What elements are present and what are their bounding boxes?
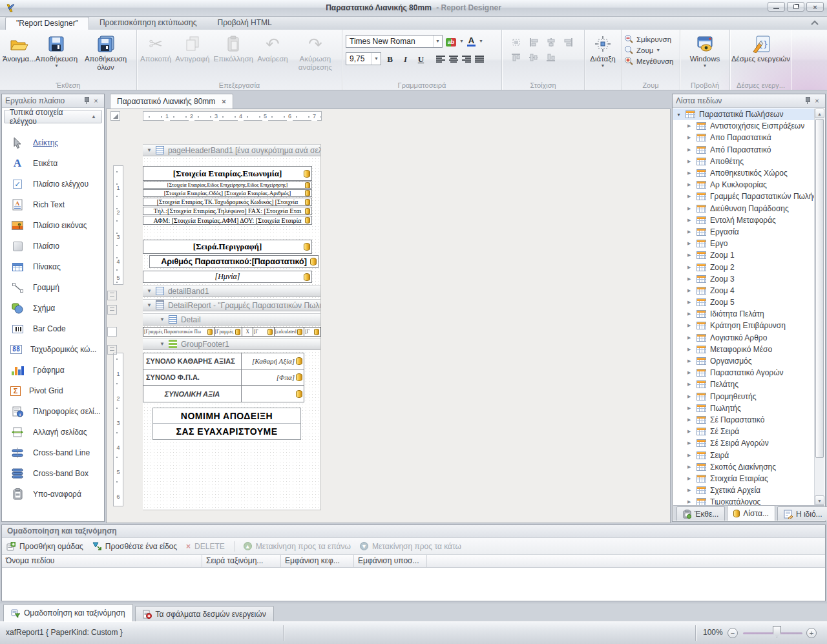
field-tree-item[interactable]: ▶Ζοομ 2 bbox=[673, 261, 824, 273]
total-gross-row[interactable]: ΣΥΝΟΛΙΚΗ ΑΞΙΑ bbox=[143, 386, 304, 402]
field-tree-item[interactable]: ▶Ζοομ 3 bbox=[673, 273, 824, 285]
tree-collapse-icon[interactable]: ▼ bbox=[676, 112, 682, 117]
grouping-empty-body[interactable] bbox=[2, 568, 825, 601]
field-tree-item[interactable]: ▶Σκοπός Διακίνησης bbox=[673, 461, 824, 473]
toolbox-item-shape[interactable]: Σχήμα bbox=[2, 298, 104, 318]
field-tree-item[interactable]: ▶Σέ Σειρά bbox=[673, 426, 824, 437]
zoom-dropdown-icon[interactable]: ▼ bbox=[656, 48, 660, 53]
toolbox-item-pivotgrid[interactable]: Σ Pivot Grid bbox=[2, 380, 104, 401]
field-tree-item[interactable]: ▶Από Παραστατικό bbox=[673, 144, 824, 156]
toolbox-item-pointer[interactable]: Δείκτης bbox=[2, 132, 104, 153]
tree-expand-icon[interactable]: ▶ bbox=[687, 382, 693, 387]
toolbox-item-chart[interactable]: Γράφημα bbox=[2, 360, 104, 380]
tree-expand-icon[interactable]: ▶ bbox=[687, 311, 693, 317]
detail-cell[interactable]: [calculated bbox=[275, 327, 305, 336]
field-list-pin-icon[interactable] bbox=[802, 96, 812, 106]
field-list-scrollbar[interactable]: ▲ ▼ bbox=[814, 109, 824, 505]
tree-expand-icon[interactable]: ▶ bbox=[687, 417, 693, 422]
align-right-button[interactable] bbox=[461, 55, 472, 63]
legal-line-1[interactable]: ΝΟΜΙΜΗ ΑΠΟΔΕΙΞΗ bbox=[153, 408, 300, 424]
align-left-button[interactable] bbox=[435, 55, 446, 63]
zoom-in-status-button[interactable]: + bbox=[806, 628, 817, 638]
band-handle[interactable] bbox=[107, 305, 117, 315]
detail-sub-band-bar[interactable]: ▼ Detail bbox=[143, 313, 320, 326]
tree-expand-icon[interactable]: ▶ bbox=[687, 358, 693, 364]
font-name-combo[interactable]: Times New Roman ▼ bbox=[346, 35, 443, 48]
zoom-slider-handle[interactable] bbox=[773, 626, 781, 638]
detail-band-bar[interactable]: ▼ detailBand1 bbox=[143, 285, 320, 297]
column-field-name[interactable]: Όνομα πεδίου bbox=[2, 555, 202, 567]
align-center-button[interactable] bbox=[448, 55, 459, 63]
add-group-button[interactable]: Προσθήκη ομάδας bbox=[6, 542, 83, 551]
document-tab[interactable]: Παραστατικό Λιανικής 80mm × bbox=[110, 94, 233, 109]
total-net-row[interactable]: ΣΥΝΟΛΟ ΚΑΘΑΡΗΣ ΑΞΙΑΣ [Καθαρή Αξία] bbox=[143, 353, 304, 369]
font-color-dropdown-icon[interactable]: ▼ bbox=[479, 39, 483, 44]
tree-expand-icon[interactable]: ▶ bbox=[687, 488, 693, 493]
field-tree-item[interactable]: ▶Εντολή Μεταφοράς bbox=[673, 214, 824, 226]
field-tree-item[interactable]: ▶Προμηθευτής bbox=[673, 391, 824, 402]
toolbox-item-panel[interactable]: Πλαίσιο bbox=[2, 236, 104, 256]
tree-expand-icon[interactable]: ▶ bbox=[687, 370, 693, 375]
field-tree-item[interactable]: ▶Ιδιότητα Πελάτη bbox=[673, 308, 824, 320]
tab-report-designer[interactable]: "Report Designer" bbox=[5, 17, 89, 30]
tree-expand-icon[interactable]: ▶ bbox=[687, 429, 693, 434]
field-tree-item[interactable]: ▶Αποθηκευτικός Χώρος bbox=[673, 167, 824, 179]
underline-button[interactable]: U bbox=[414, 52, 428, 65]
detail-report-band-bar[interactable]: ▼ DetailReport - "Γραμμές Παραστατικών Π… bbox=[143, 299, 320, 311]
band-handle[interactable] bbox=[107, 345, 117, 355]
field-tree-item[interactable]: ▶Στοιχεία Εταιρίας bbox=[673, 473, 824, 484]
field-list-close-icon[interactable]: × bbox=[812, 96, 822, 106]
toolbox-item-crossband-box[interactable]: Cross-band Box bbox=[2, 463, 104, 484]
field-tree-item[interactable]: ▶Εργασία bbox=[673, 226, 824, 238]
document-tab-close-icon[interactable]: × bbox=[222, 94, 225, 109]
font-name-dropdown-icon[interactable]: ▼ bbox=[433, 36, 442, 47]
scroll-up-icon[interactable]: ▲ bbox=[815, 109, 824, 118]
close-button[interactable]: × bbox=[806, 2, 824, 12]
tree-expand-icon[interactable]: ▶ bbox=[687, 218, 693, 223]
band-collapse-icon[interactable]: ▼ bbox=[147, 288, 152, 294]
tree-expand-icon[interactable]: ▶ bbox=[687, 464, 693, 470]
document-number-label[interactable]: Αριθμός Παραστατικού:[Παραστατικό] bbox=[149, 255, 319, 268]
windows-button[interactable]: Windows ▼ bbox=[680, 30, 729, 68]
tree-expand-icon[interactable]: ▶ bbox=[687, 499, 693, 504]
tree-expand-icon[interactable]: ▶ bbox=[687, 394, 693, 399]
highlight-color-button[interactable]: ab bbox=[446, 37, 456, 47]
tree-expand-icon[interactable]: ▶ bbox=[687, 253, 693, 258]
tree-expand-icon[interactable]: ▶ bbox=[687, 123, 693, 129]
field-tree-item[interactable]: ▶Πελάτης bbox=[673, 379, 824, 390]
tree-expand-icon[interactable]: ▶ bbox=[687, 241, 693, 246]
dock-tab-field-list[interactable]: Λίστα... bbox=[727, 505, 775, 521]
font-size-combo[interactable]: 9,75 ▼ bbox=[346, 52, 381, 65]
tab-print-preview[interactable]: Προεπισκόπηση εκτύπωσης bbox=[89, 17, 207, 30]
tree-expand-icon[interactable]: ▶ bbox=[687, 288, 693, 293]
detail-cell[interactable]: Χ bbox=[242, 327, 253, 336]
tree-expand-icon[interactable]: ▶ bbox=[687, 347, 693, 352]
band-handle[interactable] bbox=[107, 291, 117, 300]
toolbox-item-label[interactable]: A Ετικέτα bbox=[2, 153, 104, 174]
tab-grouping-sorting[interactable]: Ομαδοποίηση και ταξινόμηση bbox=[3, 604, 133, 621]
field-tree-item[interactable]: ▶Απο Παραστατικά bbox=[673, 132, 824, 143]
dock-tab-report-explorer[interactable]: Έκθε... bbox=[676, 506, 725, 521]
windows-dropdown-icon[interactable]: ▼ bbox=[703, 63, 707, 68]
toolbox-category[interactable]: Τυπικά στοιχεία ελέγχου ▲ bbox=[4, 110, 102, 123]
scripts-button[interactable]: {} Δέσμες ενεργειών bbox=[730, 30, 791, 63]
add-sort-button[interactable]: Προσθέστε ένα είδος bbox=[92, 542, 177, 551]
group-footer-band-bar[interactable]: ▼ GroupFooter1 bbox=[143, 338, 320, 350]
field-tree-item[interactable]: ▶Γραμμές Παραστατικών Πωλήσ... bbox=[673, 191, 824, 202]
detail-cell[interactable]: [Γραμμές bbox=[215, 327, 243, 336]
tree-expand-icon[interactable]: ▶ bbox=[687, 147, 693, 152]
zoom-in-button[interactable]: Μεγέθυνση bbox=[622, 56, 680, 67]
tree-expand-icon[interactable]: ▶ bbox=[687, 323, 693, 328]
total-vat-row[interactable]: ΣΥΝΟΛΟ Φ.Π.Α. [Φπα] bbox=[143, 369, 304, 386]
band-collapse-icon[interactable]: ▼ bbox=[147, 147, 152, 153]
ruler-corner-button[interactable] bbox=[110, 111, 120, 121]
band-collapse-icon[interactable]: ▼ bbox=[160, 317, 165, 322]
tree-expand-icon[interactable]: ▶ bbox=[687, 182, 693, 187]
field-tree-item[interactable]: ▶Πωλητής bbox=[673, 402, 824, 414]
detail-cell[interactable]: [Γ bbox=[253, 327, 275, 336]
bold-button[interactable]: B bbox=[383, 52, 397, 65]
zoom-button[interactable]: Ζουμ ▼ bbox=[622, 45, 680, 56]
tree-expand-icon[interactable]: ▶ bbox=[687, 453, 693, 458]
company-phone-label[interactable]: Τήλ.:[Στοιχεία Εταιρίας.Τηλέφωνο] FAX: [… bbox=[143, 207, 312, 215]
company-type-label[interactable]: [Στοιχεία Εταιρίας.Είδος Επιχείρησης.Είδ… bbox=[143, 182, 312, 189]
